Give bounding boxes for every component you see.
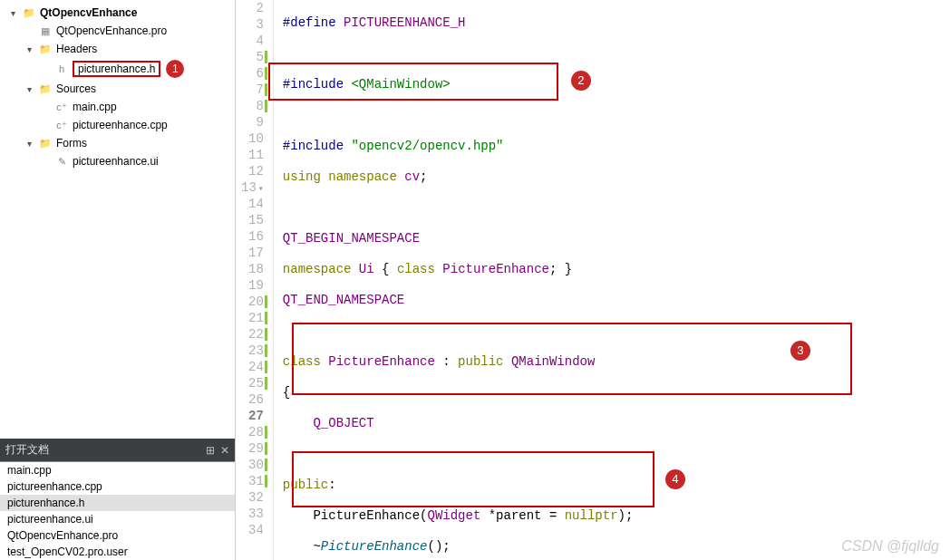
tree-forms-folder[interactable]: ▾ 📁 Forms — [0, 134, 235, 152]
doc-item[interactable]: QtOpencvEnhance.pro — [0, 527, 235, 544]
line-gutter: 2345678910111213▾14151617181920212223242… — [236, 0, 274, 560]
code-editor[interactable]: 2345678910111213▾14151617181920212223242… — [236, 0, 950, 560]
docs-list[interactable]: main.cpp pictureenhance.cpp picturenhanc… — [0, 461, 235, 560]
doc-item[interactable]: pictureenhance.ui — [0, 511, 235, 527]
folder-icon: 📁 — [22, 5, 36, 20]
file-label-selected: picturenhance.h — [73, 61, 160, 77]
file-label: QtOpencvEnhance.pro — [56, 24, 167, 37]
file-label: pictureenhance.cpp — [73, 119, 168, 131]
chevron-down-icon[interactable]: ▾ — [27, 44, 38, 54]
code-area[interactable]: #define PICTUREENHANCE_H #include <QMain… — [274, 0, 950, 560]
cpp-file-icon: c⁺ — [54, 118, 69, 132]
file-label: main.cpp — [73, 101, 117, 113]
doc-item[interactable]: pictureenhance.cpp — [0, 478, 235, 495]
close-icon[interactable]: ✕ — [220, 444, 229, 457]
chevron-down-icon[interactable]: ▾ — [27, 139, 38, 149]
open-documents-panel: 打开文档 ⊞ ✕ main.cpp pictureenhance.cpp pic… — [0, 439, 235, 560]
folder-icon: 📁 — [38, 42, 53, 56]
h-file-icon: h — [54, 62, 69, 76]
tree-pro-file[interactable]: ▦ QtOpencvEnhance.pro — [0, 22, 235, 40]
split-icon[interactable]: ⊞ — [206, 444, 215, 457]
folder-icon: 📁 — [38, 82, 53, 96]
sidebar: ▾ 📁 QtOpencvEnhance ▦ QtOpencvEnhance.pr… — [0, 0, 236, 560]
chevron-down-icon[interactable]: ▾ — [27, 84, 38, 94]
docs-header[interactable]: 打开文档 ⊞ ✕ — [0, 439, 235, 461]
doc-item[interactable]: main.cpp — [0, 462, 235, 478]
tree-header-file[interactable]: h picturenhance.h 1 — [0, 58, 235, 80]
folder-label: Headers — [56, 43, 97, 55]
ui-file-icon: ✎ — [54, 154, 69, 169]
tree-sources-folder[interactable]: ▾ 📁 Sources — [0, 80, 235, 98]
doc-item[interactable]: test_OpenCV02.pro.user — [0, 544, 235, 560]
cpp-file-icon: c⁺ — [54, 100, 69, 114]
tree-pe-cpp[interactable]: c⁺ pictureenhance.cpp — [0, 116, 235, 134]
doc-item-selected[interactable]: picturenhance.h — [0, 495, 235, 511]
callout-1: 1 — [166, 60, 184, 78]
file-label: pictureenhance.ui — [73, 155, 159, 168]
project-tree[interactable]: ▾ 📁 QtOpencvEnhance ▦ QtOpencvEnhance.pr… — [0, 0, 235, 439]
folder-icon: 📁 — [38, 136, 53, 150]
folder-label: Forms — [56, 137, 87, 150]
tree-project[interactable]: ▾ 📁 QtOpencvEnhance — [0, 4, 235, 22]
chevron-down-icon[interactable]: ▾ — [11, 8, 22, 18]
project-label: QtOpencvEnhance — [40, 6, 137, 19]
docs-title: 打开文档 — [5, 442, 49, 458]
folder-label: Sources — [56, 82, 96, 95]
tree-headers-folder[interactable]: ▾ 📁 Headers — [0, 40, 235, 58]
tree-main-cpp[interactable]: c⁺ main.cpp — [0, 98, 235, 116]
qt-icon: ▦ — [38, 24, 53, 38]
tree-ui-file[interactable]: ✎ pictureenhance.ui — [0, 152, 235, 170]
